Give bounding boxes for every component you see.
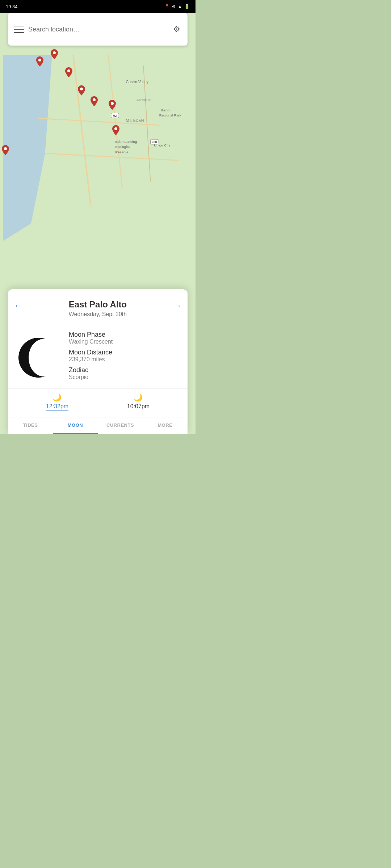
svg-text:92: 92 (113, 114, 117, 118)
moon-section: Moon Phase Waxing Crescent Moon Distance… (8, 322, 188, 388)
menu-button[interactable] (14, 24, 24, 34)
map-marker-2[interactable] (51, 49, 58, 59)
location-name: East Palo Alto (25, 299, 170, 310)
map-marker-4[interactable] (65, 67, 72, 77)
zodiac-value: Scorpio (69, 374, 179, 380)
time-value-2: 10:07pm (127, 403, 150, 410)
date-label: Wednesday, Sept 20th (25, 311, 170, 318)
svg-text:Eden Landing: Eden Landing (115, 140, 137, 144)
moon-info: Moon Phase Waxing Crescent Moon Distance… (69, 331, 179, 384)
time-value-1: 12:32pm (46, 403, 68, 411)
moon-graphic (17, 336, 60, 379)
tab-more[interactable]: MORE (143, 417, 188, 434)
bottom-tabs: TIDES MOON CURRENTS MORE (8, 417, 188, 434)
svg-text:Garin: Garin (161, 108, 170, 112)
status-bar: 19:34 📍 ⊖ ▲ 🔋 (0, 0, 196, 13)
time-item-2[interactable]: 🌙 10:07pm (127, 393, 150, 411)
tab-currents[interactable]: CURRENTS (98, 417, 143, 434)
svg-text:Ecological: Ecological (115, 145, 131, 149)
search-input[interactable] (28, 26, 167, 33)
time-item-1[interactable]: 🌙 12:32pm (46, 393, 68, 411)
status-icons: 📍 ⊖ ▲ 🔋 (164, 4, 190, 9)
svg-text:MT. EDEN: MT. EDEN (126, 118, 144, 123)
time-selectors: 🌙 12:32pm 🌙 10:07pm (8, 388, 188, 417)
map-marker-9[interactable] (2, 145, 9, 154)
svg-point-54 (4, 147, 7, 150)
wifi-icon: ▲ (178, 4, 182, 9)
map-marker-6[interactable] (91, 96, 98, 106)
prev-arrow[interactable]: ← (11, 298, 25, 314)
svg-point-52 (111, 102, 114, 105)
svg-text:Reserve: Reserve (115, 150, 129, 154)
svg-point-49 (67, 69, 70, 72)
sheet-header: ← East Palo Alto Wednesday, Sept 20th → (8, 289, 188, 322)
svg-point-48 (38, 59, 41, 61)
status-time: 19:34 (6, 4, 18, 9)
dnd-icon: ⊖ (172, 4, 176, 9)
svg-point-51 (93, 98, 96, 101)
map-marker-3[interactable] (36, 56, 43, 66)
svg-point-53 (114, 127, 117, 130)
svg-text:Regional Park: Regional Park (159, 113, 181, 117)
bottom-sheet: ← East Palo Alto Wednesday, Sept 20th → … (8, 289, 188, 434)
battery-icon: 🔋 (184, 4, 190, 9)
settings-button[interactable]: ⚙ (172, 24, 182, 34)
location-icon: 📍 (164, 4, 170, 9)
map-marker-5[interactable] (78, 85, 85, 95)
svg-text:Sorenson: Sorenson (136, 98, 151, 102)
svg-point-56 (29, 339, 59, 376)
moon-rise-icon: 🌙 (52, 393, 62, 402)
moon-phase-label: Moon Phase (69, 331, 179, 339)
svg-point-47 (53, 51, 56, 54)
svg-point-50 (80, 88, 83, 90)
moon-distance-value: 239,370 miles (69, 356, 179, 363)
tab-tides[interactable]: TIDES (8, 417, 53, 434)
moon-distance-label: Moon Distance (69, 349, 179, 356)
search-bar: ⚙ (8, 13, 188, 46)
moon-phase-value: Waxing Crescent (69, 339, 179, 345)
next-arrow[interactable]: → (170, 298, 185, 314)
moon-set-icon: 🌙 (134, 393, 143, 402)
map-marker-7[interactable] (109, 100, 116, 109)
svg-text:Castro Valley: Castro Valley (126, 80, 149, 84)
svg-text:238: 238 (152, 140, 157, 144)
map-marker-8[interactable] (112, 125, 119, 135)
zodiac-label: Zodiac (69, 366, 179, 374)
tab-moon[interactable]: MOON (53, 417, 98, 434)
